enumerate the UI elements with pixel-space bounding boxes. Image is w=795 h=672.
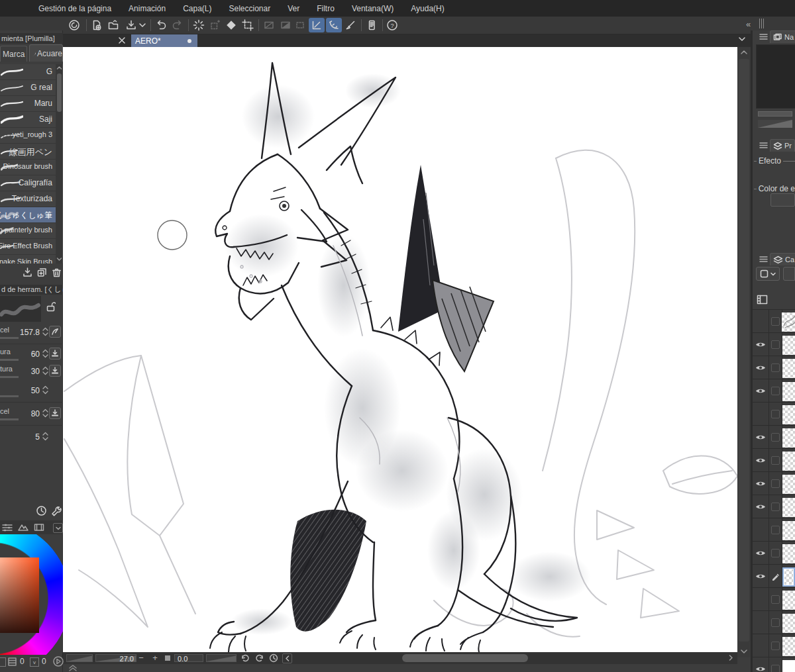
layer-thumbnail[interactable] [782,567,795,587]
nav-slider[interactable] [66,654,93,662]
collapse-statusbar-icon[interactable] [282,653,292,663]
stepper-icon[interactable] [42,349,48,358]
subtool-item[interactable]: くしゅくしゅ筆 [0,207,56,223]
layer-checkbox[interactable] [771,526,780,534]
eye-icon[interactable] [755,503,766,510]
vertical-scroll-thumb[interactable] [739,59,749,642]
layer-thumbnail[interactable] [782,521,795,540]
property-slider[interactable] [0,376,19,378]
layer-row[interactable] [753,634,795,657]
expression-color-dropdown[interactable] [770,193,795,207]
scroll-down-icon[interactable] [56,256,62,262]
subtool-item[interactable]: Saji [0,112,56,128]
panel-grip-icon[interactable] [759,19,764,28]
source-setting-button[interactable] [49,348,61,360]
layer-thumbnail[interactable] [782,498,795,517]
layer-panel-menu-icon[interactable] [758,254,769,264]
layer-thumbnail[interactable] [782,452,795,471]
reselect-icon[interactable] [207,18,223,32]
snap-to-grid-icon[interactable] [343,18,358,32]
menu-item-help[interactable]: Ayuda(H) [402,4,452,13]
navigator-menu-icon[interactable] [758,32,769,42]
layer-thumbnail[interactable] [782,312,795,332]
save-options-chevron-icon[interactable] [138,18,147,32]
layer-row[interactable] [753,449,795,472]
layer-list-display-icon[interactable] [757,295,768,305]
subtool-item[interactable]: Caligrafía [0,175,56,191]
menu-item-page-management[interactable]: Gestión de la página [30,4,120,13]
navigator-rotate-slider[interactable] [758,120,792,128]
brush-density-value[interactable]: 80 [13,409,40,418]
rotate-right-icon[interactable] [254,653,264,663]
tab-marker-tools[interactable]: Marca [0,46,27,62]
reset-view-icon[interactable] [269,653,278,663]
redo-icon[interactable] [170,18,186,32]
collapse-panels-icon[interactable]: « [746,19,751,29]
subtool-item[interactable]: Snake Skin Brush [0,255,56,264]
invert-selection-icon[interactable] [223,18,239,32]
rotate-left-icon[interactable] [240,653,250,663]
tab-color-history-icon[interactable] [34,522,44,532]
expand-timeline-icon[interactable] [68,664,78,672]
stepper-icon[interactable] [42,432,48,441]
clip-studio-logo-icon[interactable] [66,18,82,32]
subtool-scroll-thumb[interactable] [57,73,62,112]
zoom-in-button[interactable]: + [150,653,160,663]
tab-layers[interactable]: Ca [770,253,795,265]
grid-values-icon[interactable] [8,657,17,666]
layer-row[interactable] [753,472,795,495]
snap-to-special-ruler-icon[interactable] [326,18,342,32]
rotation-slider[interactable] [206,654,237,662]
duplicate-subtool-icon[interactable] [36,267,48,278]
menu-item-select[interactable]: Seleccionar [220,4,279,13]
source-setting-button[interactable] [49,407,61,419]
subtool-item[interactable]: G [0,64,56,80]
menu-item-view[interactable]: Ver [279,4,308,13]
layer-row[interactable] [753,426,795,449]
value-mode-icon[interactable]: v [30,657,39,667]
color-wheel[interactable] [0,534,63,655]
opacity-control-clipped[interactable] [783,267,795,281]
subtool-item[interactable]: Fire Effect Brush [0,239,56,255]
scroll-up-icon[interactable] [56,65,62,71]
layer-row[interactable] [753,588,795,611]
subtool-item[interactable]: yeti_rough 3 [0,128,56,144]
layer-row[interactable] [753,542,795,565]
scroll-down-icon[interactable] [740,648,748,655]
paint-density-value[interactable]: 30 [13,367,40,376]
layer-thumbnail[interactable] [782,544,795,563]
layer-row-active[interactable] [753,565,795,588]
source-setting-button[interactable] [49,365,61,377]
layer-checkbox[interactable] [771,456,780,465]
layer-checkbox[interactable] [771,317,780,326]
selection-outline-icon[interactable] [292,18,308,32]
layer-property-menu-icon[interactable] [758,140,769,150]
layer-checkbox[interactable] [771,387,780,395]
subtool-item[interactable]: Dinosaur brush [0,160,56,175]
menu-item-layer[interactable]: Capa(L) [174,4,220,13]
property-slider[interactable] [0,337,19,339]
blend-mode-dropdown[interactable] [756,267,780,281]
stabilization-value[interactable]: 5 [13,432,40,442]
layer-row[interactable] [753,356,795,379]
layer-thumbnail[interactable] [782,475,795,494]
selection-rectangle-icon[interactable] [261,18,277,32]
eye-icon[interactable] [755,434,766,441]
navigator-zoom-slider[interactable] [758,111,792,117]
deselect-icon[interactable] [191,18,207,32]
layer-thumbnail[interactable] [782,614,795,633]
property-slider[interactable] [0,395,19,397]
open-file-icon[interactable] [105,18,121,32]
canvas-horizontal-scrollbar[interactable] [295,653,724,663]
eye-icon[interactable] [755,341,766,348]
canvas-vertical-scrollbar[interactable] [737,47,751,657]
crop-to-selection-icon[interactable] [240,18,256,32]
eye-icon[interactable] [755,550,766,557]
layer-checkbox[interactable] [771,665,780,672]
layer-checkbox[interactable] [771,479,780,488]
menu-item-window[interactable]: Ventana(W) [343,4,402,13]
subtool-item[interactable]: G real [0,80,56,96]
snap-to-ruler-icon[interactable] [309,18,325,32]
layer-row-paper[interactable] [753,657,795,672]
menu-item-animation[interactable]: Animación [120,4,174,13]
